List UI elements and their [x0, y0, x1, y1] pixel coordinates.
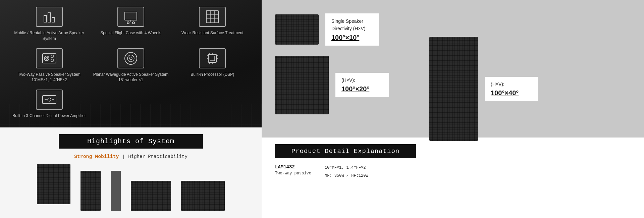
- quad-speaker-label: (H×V):: [491, 81, 532, 88]
- svg-point-7: [132, 22, 135, 24]
- left-speaker-col: Single SpeakerDirectivity (H×V): 100°×10…: [275, 13, 389, 114]
- feature-amp-label: Built-in 3-Channel Digital Power Amplifi…: [12, 113, 86, 119]
- speaker-image-4: [181, 181, 225, 211]
- quad-speaker-unit: (H×V): 100°×40°: [429, 37, 538, 141]
- svg-point-20: [129, 57, 132, 60]
- quad-speaker-spec: (H×V): 100°×40°: [485, 77, 538, 101]
- double-speaker-angle: 100°×20°: [341, 85, 383, 93]
- svg-point-17: [51, 59, 54, 62]
- right-panel: Single SpeakerDirectivity (H×V): 100°×10…: [262, 0, 644, 218]
- speaker-image-3: [131, 181, 171, 211]
- left-panel: Moblie / Rentable Active Array Speaker S…: [0, 0, 262, 218]
- speaker-icon: [36, 48, 63, 68]
- single-speaker-angle: 100°×10°: [331, 34, 373, 42]
- feature-two-way: Two-Way Passive Speaker System 10"MF×1, …: [10, 48, 88, 83]
- svg-rect-8: [206, 11, 218, 23]
- double-speaker-unit: (H×V): 100°×20°: [275, 56, 389, 114]
- highlights-banner: Highlights of System: [59, 134, 203, 149]
- svg-point-16: [51, 55, 54, 58]
- product-type: Two-way passive: [275, 171, 311, 176]
- feature-dsp-label: Built-in Processor (DSP): [191, 72, 234, 77]
- features-grid: Moblie / Rentable Active Array Speaker S…: [10, 7, 252, 119]
- strong-mobility-link[interactable]: Strong Mobility: [74, 154, 119, 159]
- feature-two-way-label: Two-Way Passive Speaker System 10"MF×1, …: [10, 72, 88, 83]
- single-speaker-label: Single SpeakerDirectivity (H×V):: [331, 17, 373, 33]
- svg-rect-3: [125, 12, 137, 20]
- speaker-images-row: [37, 164, 225, 211]
- higher-practicability-text: Higher Practicability: [128, 154, 187, 159]
- quad-speaker-angle: 100°×40°: [491, 89, 532, 97]
- monitor-wheels-icon: [117, 7, 144, 27]
- product-spec-2: MF: 350W / HF:120W: [325, 172, 368, 179]
- single-speaker-image: [275, 14, 319, 45]
- feature-flight-case: Special Flight Case with 4 Wheels: [92, 7, 170, 42]
- speaker-image-1: [37, 164, 70, 204]
- svg-point-19: [127, 55, 134, 62]
- highlights-subtitle: Strong Mobility | Higher Practicability: [74, 154, 187, 159]
- feature-mobile-label: Moblie / Rentable Active Array Speaker S…: [10, 30, 88, 42]
- product-model: LAM1432: [275, 164, 311, 170]
- double-speaker-label: (H×V):: [341, 77, 383, 84]
- product-spec-1: 10"MF×1, 1.4"HF×2: [325, 164, 368, 171]
- circle-icon: [117, 48, 144, 68]
- single-speaker-spec: Single SpeakerDirectivity (H×V): 100°×10…: [325, 13, 379, 46]
- svg-rect-0: [44, 15, 47, 22]
- bar-chart-icon: [36, 7, 63, 27]
- feature-planar-label: Planar Waveguide Active Speaker System 1…: [92, 72, 170, 83]
- svg-rect-2: [52, 17, 55, 22]
- svg-rect-1: [48, 13, 51, 22]
- grid-surface-icon: [199, 7, 226, 27]
- speaker-image-2: [80, 171, 101, 211]
- feature-wear-resistant: Wear-Resistant Surface Treatment: [173, 7, 252, 42]
- svg-rect-22: [210, 56, 215, 61]
- svg-point-6: [127, 22, 129, 24]
- processor-icon: [199, 48, 226, 68]
- product-spec-details-col: 10"MF×1, 1.4"HF×2 MF: 350W / HF:120W: [325, 164, 368, 179]
- product-specs-row: LAM1432 Two-way passive 10"MF×1, 1.4"HF×…: [275, 164, 631, 179]
- amplifier-icon: [36, 90, 63, 110]
- feature-planar: Planar Waveguide Active Speaker System 1…: [92, 48, 170, 83]
- feature-flight-label: Special Flight Case with 4 Wheels: [100, 30, 161, 36]
- svg-point-14: [44, 56, 49, 61]
- product-detail-banner: Product Detail Explanation: [275, 144, 416, 158]
- svg-point-18: [125, 52, 137, 64]
- product-model-col: LAM1432 Two-way passive: [275, 164, 311, 176]
- svg-point-15: [46, 57, 48, 59]
- feature-wear-label: Wear-Resistant Surface Treatment: [181, 30, 244, 36]
- highlights-section: Highlights of System Strong Mobility | H…: [0, 127, 262, 218]
- quad-speaker-image: [429, 37, 478, 141]
- speaker-accent: [111, 171, 121, 211]
- svg-rect-21: [208, 54, 216, 62]
- double-speaker-spec: (H×V): 100°×20°: [335, 73, 389, 97]
- double-speaker-image: [275, 56, 329, 114]
- right-top-section: Single SpeakerDirectivity (H×V): 100°×10…: [262, 0, 644, 138]
- right-bottom-section: Product Detail Explanation LAM1432 Two-w…: [262, 138, 644, 218]
- svg-point-36: [48, 98, 51, 101]
- feature-dsp: Built-in Processor (DSP): [173, 48, 252, 83]
- feature-mobile-system: Moblie / Rentable Active Array Speaker S…: [10, 7, 88, 42]
- single-speaker-unit: Single SpeakerDirectivity (H×V): 100°×10…: [275, 13, 389, 46]
- feature-amplifier: Built-in 3-Channel Digital Power Amplifi…: [10, 90, 88, 119]
- pipe-divider: |: [123, 154, 124, 159]
